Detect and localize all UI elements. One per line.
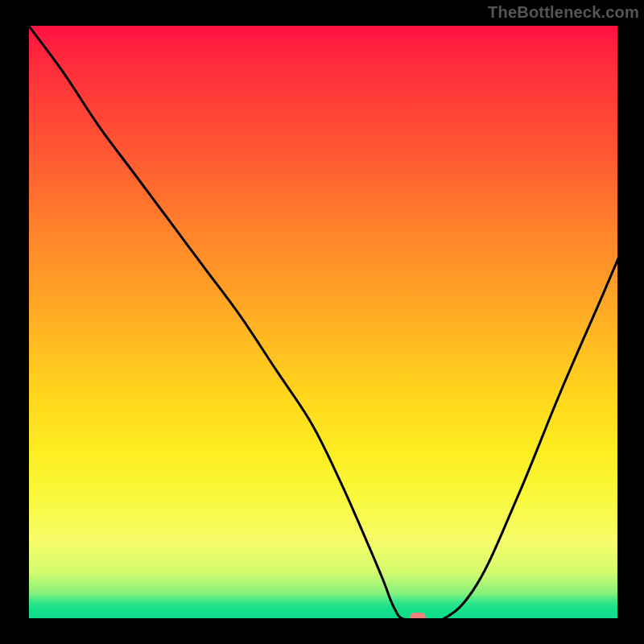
watermark: TheBottleneck.com xyxy=(488,3,639,22)
bottleneck-curve xyxy=(27,24,619,620)
plot-area xyxy=(27,24,619,620)
chart-root: TheBottleneck.com xyxy=(0,0,644,644)
baseline xyxy=(27,618,619,620)
curve-svg xyxy=(27,24,619,620)
